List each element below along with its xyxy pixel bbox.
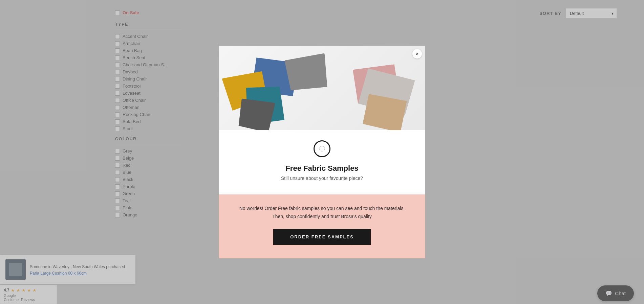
modal-title: Free Fabric Samples <box>239 164 405 173</box>
modal-overlay: × Free Fabric Samples Still unsure about <box>0 0 644 304</box>
fabric-background <box>219 46 425 130</box>
free-samples-modal: × Free Fabric Samples Still unsure about <box>219 46 425 258</box>
modal-white-section: Free Fabric Samples Still unsure about y… <box>219 130 425 194</box>
modal-body-text: No worries! Order Free fabric samples so… <box>239 205 405 221</box>
order-samples-button[interactable]: ORDER FREE SAMPLES <box>273 229 371 245</box>
modal-pink-section: No worries! Order Free fabric samples so… <box>219 194 425 258</box>
modal-subtitle: Still unsure about your favourite piece? <box>239 176 405 181</box>
modal-image-area <box>219 46 425 130</box>
modal-close-button[interactable]: × <box>412 49 422 59</box>
close-icon: × <box>416 51 418 56</box>
midgrey-swatch <box>284 53 329 92</box>
brosa-logo-icon <box>314 140 330 157</box>
